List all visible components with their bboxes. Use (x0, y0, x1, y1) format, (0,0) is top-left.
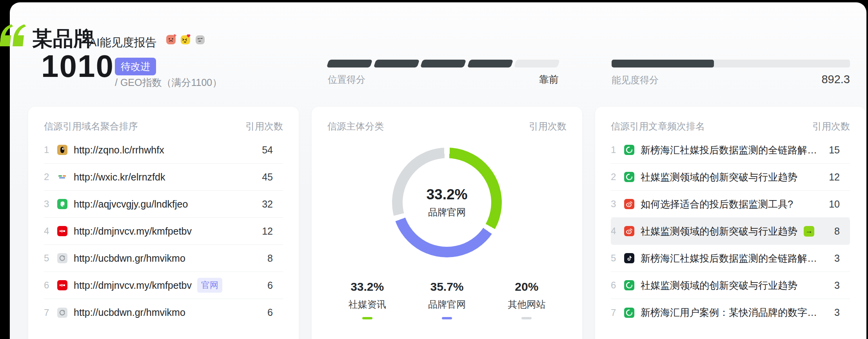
donut-chart: 33.2% 品牌官网 (392, 148, 502, 257)
donut-legend: 33.2% 社媒资讯 35.7% 品牌官网 20% 其他网站 (327, 280, 567, 319)
position-score-bar (328, 60, 559, 67)
wechat-favicon-icon (624, 280, 634, 290)
dashboard-root: { "header": { "brand": "某品牌", "report_la… (0, 0, 868, 339)
position-score-value: 靠前 (539, 73, 559, 86)
report-title: AI能见度报告 (89, 35, 156, 51)
wechat-favicon-icon (624, 308, 634, 318)
rank-number: 6 (611, 280, 624, 291)
article-title[interactable]: 新榜海汇社媒投后数据监测的全链路解决上限二十五字的 (641, 144, 821, 157)
official-site-badge: 官网 (197, 278, 222, 293)
domain-url[interactable]: http://dmjnvcv.my/kmfpetbv (74, 280, 192, 291)
weibo-favicon-icon (624, 199, 634, 209)
domain-url[interactable]: http://dmjnvcv.my/kmfpetbv (74, 226, 254, 237)
geo-score-badge: 待改进 (115, 58, 156, 75)
domain-row[interactable]: 5 http://ucbdwn.gr/hmvikmo 8 (44, 245, 283, 272)
domain-row[interactable]: 4 http://dmjnvcv.my/kmfpetbv 12 (44, 218, 283, 245)
article-row[interactable]: 6 社媒监测领域的创新突破与行业趋势 3 (611, 272, 850, 299)
domain-url[interactable]: http://ucbdwn.gr/hmvikmo (74, 253, 254, 264)
article-title[interactable]: 新榜海汇社媒投后数据监测的全链路解决上限二十五字... (641, 252, 821, 265)
article-title[interactable]: 如何选择适合的投后数据监测工具? (641, 198, 821, 211)
visibility-score-label: 能见度得分 (612, 74, 659, 86)
geo-score-caption: / GEO指数（满分1100） (115, 76, 222, 89)
article-row[interactable]: 7 新榜海汇用户案例：某快消品牌的数字化转型 3 (611, 299, 850, 326)
domain-url[interactable]: http://wxic.kr/elrnzfdk (74, 171, 254, 183)
legend-swatch-gray (521, 317, 532, 319)
bar-segment (373, 60, 419, 67)
domain-url[interactable]: http://zqno.lc/rrhwhfx (74, 144, 254, 156)
rank-number: 6 (44, 280, 57, 291)
gray-swirl-favicon-icon (57, 308, 67, 318)
article-title[interactable]: 新榜海汇用户案例：某快消品牌的数字化转型 (641, 306, 821, 319)
domain-row[interactable]: 1 http://zqno.lc/rrhwhfx 54 (44, 137, 283, 164)
citation-count: 10 (825, 199, 850, 210)
citation-count: 12 (258, 226, 283, 237)
visibility-score-bar (612, 60, 850, 67)
wechat-favicon-icon (624, 145, 634, 155)
article-title[interactable]: 社媒监测领域的创新突破与行业趋势 (641, 225, 797, 238)
evernote-favicon-icon (57, 199, 67, 209)
rank-number: 3 (44, 199, 57, 210)
emoji-row (166, 34, 206, 45)
rank-number: 5 (611, 253, 624, 264)
open-link-arrow-badge[interactable]: → (804, 226, 814, 237)
gray-swirl-favicon-icon (57, 253, 67, 263)
citation-count: 6 (226, 280, 283, 291)
position-score-block: 位置得分 靠前 (328, 60, 559, 86)
donut-center: 33.2% 品牌官网 (403, 158, 491, 247)
domain-url[interactable]: http://aqjvcvgjy.gu/lndkfjeo (74, 199, 254, 210)
domain-url[interactable]: http://ucbdwn.gr/hmvikmo (74, 307, 254, 318)
article-row-highlighted[interactable]: 4 社媒监测领域的创新突破与行业趋势 → 8 (611, 218, 850, 245)
bar-segment (420, 60, 466, 67)
donut-center-label: 品牌官网 (428, 206, 466, 219)
rank-number: 1 (44, 144, 57, 155)
position-score-label: 位置得分 (328, 73, 365, 86)
legend-item: 35.7% 品牌官网 (407, 280, 487, 319)
rank-number: 7 (44, 307, 57, 318)
domain-row[interactable]: 3 http://aqjvcvgjy.gu/lndkfjeo 32 (44, 191, 283, 218)
red-favicon-icon (57, 280, 67, 290)
weibo-favicon-icon (624, 226, 634, 236)
citation-count: 12 (825, 171, 850, 183)
article-row[interactable]: 2 社媒监测领域的创新突破与行业趋势 12 (611, 164, 850, 191)
bar-segment (467, 60, 513, 67)
legend-item: 20% 其他网站 (487, 280, 567, 319)
citation-count: 6 (258, 307, 283, 318)
citation-count: 15 (825, 144, 850, 156)
geo-score-value: 1010 (41, 51, 114, 82)
article-title[interactable]: 社媒监测领域的创新突破与行业趋势 (641, 171, 821, 184)
rank-number: 2 (611, 171, 624, 182)
legend-item: 33.2% 社媒资讯 (327, 280, 407, 319)
quote-icon (1, 24, 25, 48)
legend-swatch-blue (442, 317, 452, 319)
heart-laugh-face-emoji-icon (180, 34, 191, 45)
domain-row[interactable]: 7 http://ucbdwn.gr/hmvikmo 6 (44, 299, 283, 326)
citation-count: 8 (818, 226, 850, 237)
red-favicon-icon (57, 226, 67, 236)
article-row[interactable]: 3 如何选择适合的投后数据监测工具? 10 (611, 191, 850, 218)
rank-number: 7 (611, 307, 624, 318)
domain-row[interactable]: 2 http://wxic.kr/elrnzfdk 45 (44, 164, 283, 191)
visibility-score-block: 能见度得分 892.3 (612, 60, 850, 86)
cards-row: 信源引用域名聚合排序 引用次数 1 http://zqno.lc/rrhwhfx… (28, 107, 866, 339)
article-title[interactable]: 社媒监测领域的创新突破与行业趋势 (641, 279, 821, 292)
domain-row[interactable]: 6 http://dmjnvcv.my/kmfpetbv 官网 6 (44, 272, 283, 299)
card-title: 信源引用文章频次排名 (611, 120, 705, 133)
card-column-header: 引用次数 (245, 120, 283, 133)
article-row[interactable]: 5 新榜海汇社媒投后数据监测的全链路解决上限二十五字... 3 (611, 245, 850, 272)
citation-count: 8 (258, 253, 283, 264)
visibility-score-fill (612, 60, 714, 67)
bar-segment (514, 60, 560, 67)
minitext-favicon-icon (57, 172, 67, 182)
legend-label: 品牌官网 (407, 298, 487, 311)
article-row[interactable]: 1 新榜海汇社媒投后数据监测的全链路解决上限二十五字的 15 (611, 137, 850, 164)
card-column-header: 引用次数 (529, 120, 567, 133)
legend-label: 社媒资讯 (327, 298, 407, 311)
rank-number: 3 (611, 199, 624, 210)
citation-count: 32 (258, 199, 283, 210)
citation-count: 54 (258, 144, 283, 156)
legend-value: 20% (487, 280, 567, 293)
rank-number: 2 (44, 171, 57, 182)
neutral-face-emoji-icon (195, 34, 206, 45)
page-content: 某品牌 AI能见度报告 1010 待改进 / GEO指数（满分1100） (10, 2, 866, 339)
source-category-card: 信源主体分类 引用次数 33.2% 品牌官网 33.2% 社媒资讯 35.7% (312, 107, 582, 339)
